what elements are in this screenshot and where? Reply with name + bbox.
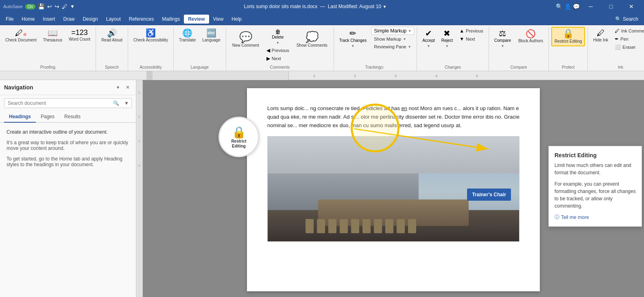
ink-comment-button[interactable]: 🖊 Ink Comment <box>612 27 644 35</box>
tab-pages[interactable]: Pages <box>36 111 59 123</box>
reviewing-pane-button[interactable]: Reviewing Pane ▼ <box>371 43 414 50</box>
pen-button[interactable]: ✒ Pen <box>612 35 644 43</box>
nav-collapse-button[interactable]: ▾ <box>114 83 122 91</box>
menu-draw[interactable]: Draw <box>59 15 79 24</box>
menu-layout[interactable]: Layout <box>102 15 125 24</box>
accept-button[interactable]: ✔ Accept ▼ <box>419 27 438 50</box>
previous-change-button[interactable]: ▲ Previous <box>456 27 486 35</box>
ribbon-group-accessibility: ♿ Check Accessibility Accessibility <box>128 27 174 71</box>
check-accessibility-button[interactable]: ♿ Check Accessibility <box>131 27 171 45</box>
document-page: 🔒 RestrictEditing Loris sump dolc... ng … <box>247 88 540 291</box>
autosave-toggle[interactable]: On <box>25 4 35 9</box>
menu-insert[interactable]: Insert <box>39 15 59 24</box>
close-button[interactable]: ✕ <box>622 0 641 13</box>
last-modified: Last Modified: August 10 <box>328 4 381 9</box>
nav-close-button[interactable]: ✕ <box>124 83 132 91</box>
menu-review[interactable]: Review <box>184 15 209 24</box>
compare-dropdown[interactable]: ▼ <box>491 43 514 50</box>
reject-icon: ✖ <box>443 28 450 38</box>
undo-icon[interactable]: ↩ <box>47 3 52 10</box>
accept-top[interactable]: ✔ Accept <box>419 27 438 43</box>
translate-button[interactable]: 🌐 Translate <box>176 27 199 45</box>
next-change-button[interactable]: ▼ Next <box>456 35 486 43</box>
comments-icon[interactable]: 💬 <box>573 3 580 10</box>
previous-comment-button[interactable]: ◀ Previous <box>264 46 292 54</box>
document-area[interactable]: 🔒 RestrictEditing Loris sump dolc... ng … <box>143 80 644 297</box>
title-bar-right: 🔍 👤 💬 ─ □ ✕ <box>556 0 641 13</box>
new-comment-icon: 💬 <box>239 32 252 42</box>
new-comment-label: New Comment <box>232 43 259 48</box>
reject-top[interactable]: ✖ Reject <box>439 27 456 43</box>
vertical-ruler: 1 2 3 4 <box>136 80 143 297</box>
user-icon[interactable]: 👤 <box>564 3 571 10</box>
compare-icon: ⚖ <box>499 28 506 38</box>
markup-dropdown-button[interactable]: Simple Markup ▼ <box>371 27 414 35</box>
check-document-button[interactable]: 🖊⊘ Check Document <box>2 27 39 45</box>
more-icon[interactable]: ▼ <box>70 4 75 9</box>
menu-file[interactable]: File <box>2 15 17 24</box>
chevron-down-icon[interactable]: ▼ <box>382 4 386 9</box>
compare-button[interactable]: ⚖ Compare ▼ <box>491 27 514 50</box>
tell-me-more-label: Tell me more <box>561 215 589 220</box>
translate-label: Translate <box>179 38 196 43</box>
hide-ink-button[interactable]: 🖊 Hide Ink <box>590 27 611 45</box>
compare-top[interactable]: ⚖ Compare <box>491 27 514 43</box>
show-comments-button[interactable]: 💭 Show Comments <box>293 27 331 53</box>
accept-arrow: ▼ <box>427 44 430 48</box>
tab-headings[interactable]: Headings <box>4 111 36 123</box>
menu-mailings[interactable]: Mailings <box>158 15 184 24</box>
maximize-button[interactable]: □ <box>602 0 620 13</box>
reject-button[interactable]: ✖ Reject ▼ <box>439 27 456 50</box>
save-icon[interactable]: 💾 <box>38 3 45 10</box>
thesaurus-button[interactable]: 📖 Thesaurus <box>40 27 65 45</box>
search-input[interactable] <box>4 99 111 108</box>
show-markup-button[interactable]: Show Markup ▼ <box>371 35 414 43</box>
search-button[interactable]: 🔍 <box>111 99 122 108</box>
tracking-expand-icon[interactable]: ⊡ <box>380 65 385 69</box>
eraser-icon: ⬜ <box>615 44 621 50</box>
menu-design[interactable]: Design <box>79 15 102 24</box>
search-icon[interactable]: 🔍 <box>556 3 563 10</box>
pen-icon[interactable]: 🖊 <box>62 3 68 10</box>
eraser-button[interactable]: ⬜ Eraser <box>612 43 644 51</box>
help-circle-icon: ⓘ <box>554 214 559 221</box>
tell-me-more-link[interactable]: ⓘ Tell me more <box>554 214 636 221</box>
track-changes-top[interactable]: ✏ Track Changes <box>336 27 369 43</box>
svg-text:1: 1 <box>313 74 315 78</box>
delete-comment-button[interactable]: 🗑 Delete ▼ <box>264 27 292 46</box>
restrict-editing-tooltip: Restrict Editing Limit how much others c… <box>548 146 642 227</box>
language-button[interactable]: 🔤 Language <box>199 27 223 45</box>
new-comment-button[interactable]: 💬 New Comment <box>229 27 263 53</box>
delete-top[interactable]: 🗑 Delete <box>264 27 292 40</box>
word-count-button[interactable]: =123 Word Count <box>66 27 93 44</box>
read-aloud-icon: 🔊 <box>107 29 117 37</box>
menu-home[interactable]: Home <box>17 15 39 24</box>
read-aloud-button[interactable]: 🔊 Read Aloud <box>98 27 125 45</box>
restrict-editing-button[interactable]: 🔒 Restrict Editing <box>551 27 585 46</box>
track-right-items: Simple Markup ▼ Show Markup ▼ Reviewing … <box>371 27 414 50</box>
show-comments-label: Show Comments <box>297 43 327 48</box>
minimize-button[interactable]: ─ <box>581 0 600 13</box>
track-changes-button[interactable]: ✏ Track Changes ▼ <box>336 27 369 50</box>
accept-dropdown[interactable]: ▼ <box>419 43 438 50</box>
search-dropdown-button[interactable]: ▼ <box>122 99 131 108</box>
tooltip-title: Restrict Editing <box>554 152 636 158</box>
nav-title: Navigation <box>4 84 33 91</box>
ribbon-group-tracking: ✏ Track Changes ▼ Simple Markup ▼ Show M… <box>334 27 417 71</box>
block-authors-button[interactable]: 🚫 Block Authors <box>515 27 546 46</box>
comment-nav-buttons: 🗑 Delete ▼ ◀ Previous ▶ Next <box>264 27 292 63</box>
ink-group-label: Ink <box>590 64 644 71</box>
track-changes-dropdown[interactable]: ▼ <box>336 43 369 50</box>
menu-view[interactable]: View <box>209 15 228 24</box>
nav-tabs: Headings Pages Results <box>0 111 136 123</box>
restrict-editing-icon: 🔒 <box>563 29 574 38</box>
menu-references[interactable]: References <box>125 15 158 24</box>
menu-help[interactable]: Help <box>227 15 246 24</box>
changes-items: ✔ Accept ▼ ✖ Reject ▼ ▲ Previo <box>419 27 486 64</box>
search-field[interactable]: 🔍 Search <box>611 15 642 24</box>
tab-results[interactable]: Results <box>59 111 85 123</box>
next-comment-button[interactable]: ▶ Next <box>264 54 292 63</box>
redo-icon[interactable]: ↪ <box>55 3 59 10</box>
delete-dropdown[interactable]: ▼ <box>264 40 292 46</box>
reject-dropdown[interactable]: ▼ <box>439 43 456 50</box>
